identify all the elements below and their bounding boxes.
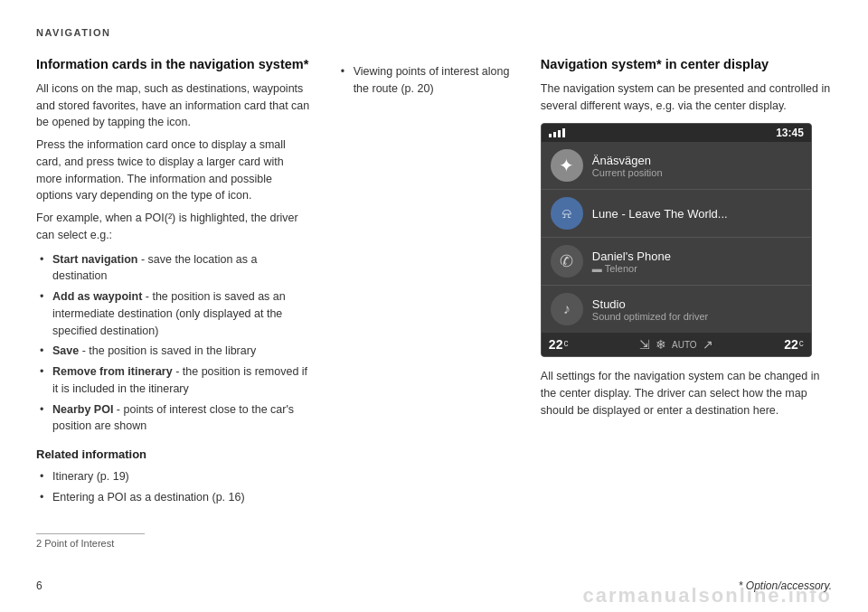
- signal-bar-2: [553, 132, 556, 137]
- nav-row-3-text: Daniel's Phone ▬ Telenor: [592, 250, 802, 274]
- signal-bar-1: [549, 134, 552, 137]
- bottom-icons: ⇲ ❄ AUTO ↗: [575, 337, 777, 352]
- list-item: Nearby POI - points of interest close to…: [36, 401, 310, 436]
- right-heading: Navigation system* in center display: [541, 56, 832, 73]
- temp-right-value: 22: [784, 337, 798, 352]
- middle-column: Viewing points of interest along the rou…: [337, 56, 532, 549]
- compass-icon: ✦: [551, 149, 583, 182]
- top-label: NAVIGATION: [36, 27, 832, 38]
- audio-icon: ♪: [551, 293, 583, 325]
- temp-right-deg: c: [799, 338, 804, 348]
- bullet-bold-1: Start navigation: [52, 253, 137, 266]
- middle-bullet-list: Viewing points of interest along the rou…: [337, 63, 514, 98]
- right-paragraph2: All settings for the navigation system c…: [541, 368, 832, 419]
- related-info-title: Related information: [36, 447, 310, 461]
- list-item: Remove from itinerary - the position is …: [36, 363, 310, 398]
- right-column: Navigation system* in center display The…: [532, 56, 832, 549]
- list-item: Add as waypoint - the position is saved …: [36, 288, 310, 339]
- nav-row-4-subtitle: Sound optimized for driver: [592, 311, 802, 322]
- right-paragraph1: The navigation system can be presented a…: [541, 80, 832, 115]
- footnote-label: Point of Interest: [44, 538, 114, 549]
- watermark: carmanualsonline.info: [0, 584, 868, 612]
- related-list: Itinerary (p. 19) Entering a POI as a de…: [36, 468, 310, 506]
- bluetooth-icon: ⍾: [551, 197, 583, 230]
- bullet-bold-4: Remove from itinerary: [52, 365, 173, 378]
- signal-bar-3: [558, 130, 561, 137]
- related-item-1: Itinerary (p. 19): [36, 468, 310, 485]
- time-display: 13:45: [776, 127, 804, 139]
- list-item: Save - the position is saved in the libr…: [36, 343, 310, 360]
- temp-left: 22 c: [549, 337, 569, 352]
- left-heading: Information cards in the navigation syst…: [36, 56, 310, 73]
- nav-row-4[interactable]: ♪ Studio Sound optimized for driver: [542, 286, 811, 333]
- left-paragraph1: All icons on the map, such as destinatio…: [36, 80, 310, 131]
- nav-row-2[interactable]: ⍾ Lune - Leave The World...: [542, 190, 811, 238]
- bullet-bold-3: Save: [52, 344, 79, 357]
- nav-row-4-text: Studio Sound optimized for driver: [592, 297, 802, 322]
- middle-list-item-1: Viewing points of interest along the rou…: [337, 63, 514, 98]
- nav-row-3[interactable]: ✆ Daniel's Phone ▬ Telenor: [542, 238, 811, 286]
- footnote: 2 Point of Interest: [36, 538, 310, 549]
- nav-status-bar: 13:45: [542, 124, 811, 142]
- nav-row-1-text: Änäsvägen Current position: [592, 154, 802, 178]
- temp-right: 22 c: [784, 337, 804, 352]
- page: NAVIGATION Information cards in the navi…: [0, 0, 868, 612]
- watermark-text: carmanualsonline.info: [583, 584, 833, 607]
- left-paragraph2: Press the information card once to displ…: [36, 137, 310, 204]
- nav-row-3-title: Daniel's Phone: [592, 250, 802, 263]
- fan-icon: ❄: [656, 337, 666, 352]
- nav-row-3-subtitle: ▬ Telenor: [592, 263, 802, 274]
- nav-row-2-title: Lune - Leave The World...: [592, 207, 802, 221]
- list-item: Start navigation - save the location as …: [36, 251, 310, 286]
- signal-bars: [549, 128, 565, 137]
- content-area: Information cards in the navigation syst…: [36, 56, 832, 549]
- nav-row-1[interactable]: ✦ Änäsvägen Current position: [542, 142, 811, 190]
- phone-icon: ✆: [551, 245, 583, 278]
- nav-row-4-title: Studio: [592, 297, 802, 311]
- left-column: Information cards in the navigation syst…: [36, 56, 337, 549]
- airflow-icon: ↗: [703, 337, 713, 352]
- temp-left-value: 22: [549, 337, 563, 352]
- footnote-divider: [36, 533, 145, 534]
- nav-row-1-title: Änäsvägen: [592, 154, 802, 167]
- bullet-bold-5: Nearby POI: [52, 403, 113, 416]
- footnote-number: 2: [36, 538, 42, 549]
- bullet-list: Start navigation - save the location as …: [36, 251, 310, 436]
- signal-bar-4: [562, 128, 565, 137]
- nav-row-1-subtitle: Current position: [592, 167, 802, 178]
- nav-bottom-bar: 22 c ⇲ ❄ AUTO ↗ 22 c: [542, 333, 811, 356]
- auto-label: AUTO: [672, 340, 697, 350]
- left-paragraph3: For example, when a POI(²) is highlighte…: [36, 210, 310, 244]
- navigation-display: 13:45 ✦ Änäsvägen Current position ⍾ Lun…: [541, 123, 812, 357]
- related-item-2: Entering a POI as a destination (p. 16): [36, 489, 310, 506]
- bullet-bold-2: Add as waypoint: [52, 290, 142, 303]
- temp-left-deg: c: [563, 338, 568, 348]
- seat-icon: ⇲: [639, 337, 650, 352]
- nav-row-2-text: Lune - Leave The World...: [592, 207, 802, 221]
